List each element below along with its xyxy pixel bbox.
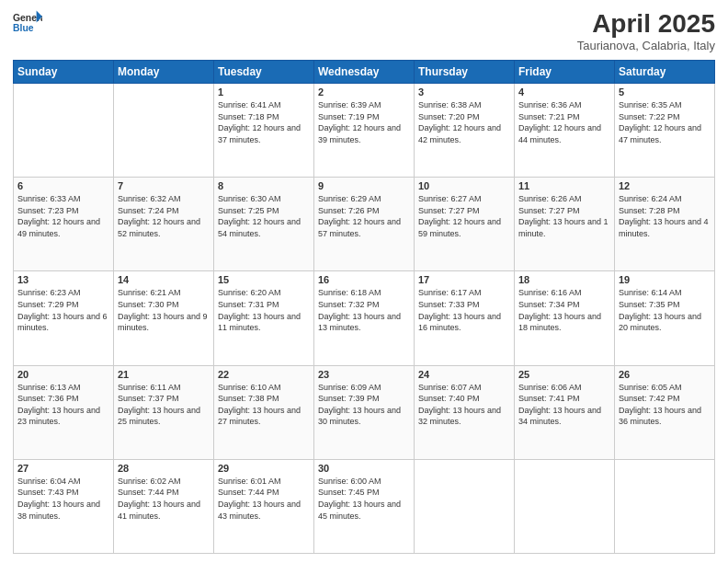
day-info: Sunrise: 6:24 AMSunset: 7:28 PMDaylight:…	[619, 193, 711, 239]
table-row: 29Sunrise: 6:01 AMSunset: 7:44 PMDayligh…	[214, 459, 314, 553]
day-number: 20	[17, 369, 109, 380]
day-info: Sunrise: 6:27 AMSunset: 7:27 PMDaylight:…	[418, 193, 510, 239]
day-number: 12	[619, 180, 711, 191]
table-row	[415, 459, 515, 553]
calendar-header-row: Sunday Monday Tuesday Wednesday Thursday…	[14, 61, 715, 84]
table-row: 17Sunrise: 6:17 AMSunset: 7:33 PMDayligh…	[415, 271, 515, 365]
col-friday: Friday	[515, 61, 615, 84]
table-row: 7Sunrise: 6:32 AMSunset: 7:24 PMDaylight…	[114, 178, 214, 271]
day-info: Sunrise: 6:41 AMSunset: 7:18 PMDaylight:…	[218, 99, 310, 145]
day-info: Sunrise: 6:09 AMSunset: 7:39 PMDaylight:…	[318, 382, 410, 428]
day-number: 7	[118, 180, 210, 191]
day-info: Sunrise: 6:35 AMSunset: 7:22 PMDaylight:…	[619, 99, 711, 145]
day-info: Sunrise: 6:18 AMSunset: 7:32 PMDaylight:…	[318, 287, 410, 333]
table-row: 11Sunrise: 6:26 AMSunset: 7:27 PMDayligh…	[515, 178, 615, 271]
table-row: 21Sunrise: 6:11 AMSunset: 7:37 PMDayligh…	[114, 365, 214, 459]
day-number: 16	[318, 274, 410, 285]
table-row: 30Sunrise: 6:00 AMSunset: 7:45 PMDayligh…	[314, 459, 415, 553]
table-row: 19Sunrise: 6:14 AMSunset: 7:35 PMDayligh…	[615, 271, 715, 365]
logo: General Blue	[13, 9, 42, 39]
col-monday: Monday	[114, 61, 214, 84]
day-number: 17	[418, 274, 510, 285]
day-info: Sunrise: 6:39 AMSunset: 7:19 PMDaylight:…	[318, 99, 410, 145]
table-row: 2Sunrise: 6:39 AMSunset: 7:19 PMDaylight…	[314, 84, 415, 178]
day-number: 6	[17, 180, 109, 191]
day-info: Sunrise: 6:30 AMSunset: 7:25 PMDaylight:…	[218, 193, 310, 239]
table-row: 12Sunrise: 6:24 AMSunset: 7:28 PMDayligh…	[615, 178, 715, 271]
day-number: 11	[518, 180, 610, 191]
day-number: 2	[318, 86, 410, 98]
day-info: Sunrise: 6:36 AMSunset: 7:21 PMDaylight:…	[518, 99, 610, 145]
page: General Blue April 2025 Taurianova, Cala…	[0, 0, 728, 563]
day-number: 19	[619, 274, 711, 285]
day-info: Sunrise: 6:04 AMSunset: 7:43 PMDaylight:…	[17, 476, 109, 522]
table-row: 1Sunrise: 6:41 AMSunset: 7:18 PMDaylight…	[214, 84, 314, 178]
day-number: 8	[218, 180, 310, 191]
day-number: 29	[218, 463, 310, 474]
table-row: 27Sunrise: 6:04 AMSunset: 7:43 PMDayligh…	[14, 459, 114, 553]
day-number: 10	[418, 180, 510, 191]
col-sunday: Sunday	[14, 61, 114, 84]
table-row: 16Sunrise: 6:18 AMSunset: 7:32 PMDayligh…	[314, 271, 415, 365]
day-info: Sunrise: 6:01 AMSunset: 7:44 PMDaylight:…	[218, 476, 310, 522]
col-tuesday: Tuesday	[214, 61, 314, 84]
col-wednesday: Wednesday	[314, 61, 415, 84]
day-info: Sunrise: 6:00 AMSunset: 7:45 PMDaylight:…	[318, 476, 410, 522]
day-number: 25	[518, 369, 610, 380]
table-row	[515, 459, 615, 553]
day-info: Sunrise: 6:29 AMSunset: 7:26 PMDaylight:…	[318, 193, 410, 239]
table-row: 9Sunrise: 6:29 AMSunset: 7:26 PMDaylight…	[314, 178, 415, 271]
day-info: Sunrise: 6:07 AMSunset: 7:40 PMDaylight:…	[418, 382, 510, 428]
day-info: Sunrise: 6:33 AMSunset: 7:23 PMDaylight:…	[17, 193, 109, 239]
day-info: Sunrise: 6:05 AMSunset: 7:42 PMDaylight:…	[619, 382, 711, 428]
day-info: Sunrise: 6:38 AMSunset: 7:20 PMDaylight:…	[418, 99, 510, 145]
table-row: 22Sunrise: 6:10 AMSunset: 7:38 PMDayligh…	[214, 365, 314, 459]
day-info: Sunrise: 6:21 AMSunset: 7:30 PMDaylight:…	[118, 287, 210, 333]
day-number: 28	[118, 463, 210, 474]
day-info: Sunrise: 6:32 AMSunset: 7:24 PMDaylight:…	[118, 193, 210, 239]
day-number: 23	[318, 369, 410, 380]
logo-icon: General Blue	[13, 9, 42, 39]
day-info: Sunrise: 6:23 AMSunset: 7:29 PMDaylight:…	[17, 287, 109, 333]
table-row: 8Sunrise: 6:30 AMSunset: 7:25 PMDaylight…	[214, 178, 314, 271]
table-row: 3Sunrise: 6:38 AMSunset: 7:20 PMDaylight…	[415, 84, 515, 178]
calendar-week-row: 6Sunrise: 6:33 AMSunset: 7:23 PMDaylight…	[14, 178, 715, 271]
col-saturday: Saturday	[615, 61, 715, 84]
col-thursday: Thursday	[415, 61, 515, 84]
table-row: 14Sunrise: 6:21 AMSunset: 7:30 PMDayligh…	[114, 271, 214, 365]
calendar-week-row: 27Sunrise: 6:04 AMSunset: 7:43 PMDayligh…	[14, 459, 715, 553]
day-number: 27	[17, 463, 109, 474]
day-number: 1	[218, 86, 310, 98]
table-row: 13Sunrise: 6:23 AMSunset: 7:29 PMDayligh…	[14, 271, 114, 365]
day-info: Sunrise: 6:13 AMSunset: 7:36 PMDaylight:…	[17, 382, 109, 428]
day-info: Sunrise: 6:26 AMSunset: 7:27 PMDaylight:…	[518, 193, 610, 239]
month-title: April 2025	[577, 9, 715, 39]
subtitle: Taurianova, Calabria, Italy	[577, 39, 715, 52]
table-row: 24Sunrise: 6:07 AMSunset: 7:40 PMDayligh…	[415, 365, 515, 459]
table-row: 5Sunrise: 6:35 AMSunset: 7:22 PMDaylight…	[615, 84, 715, 178]
day-number: 9	[318, 180, 410, 191]
table-row	[615, 459, 715, 553]
table-row: 28Sunrise: 6:02 AMSunset: 7:44 PMDayligh…	[114, 459, 214, 553]
table-row	[14, 84, 114, 178]
day-number: 5	[619, 86, 711, 98]
day-number: 21	[118, 369, 210, 380]
calendar-table: Sunday Monday Tuesday Wednesday Thursday…	[13, 60, 715, 554]
table-row: 10Sunrise: 6:27 AMSunset: 7:27 PMDayligh…	[415, 178, 515, 271]
svg-text:Blue: Blue	[13, 23, 34, 33]
day-number: 22	[218, 369, 310, 380]
day-info: Sunrise: 6:11 AMSunset: 7:37 PMDaylight:…	[118, 382, 210, 428]
table-row: 15Sunrise: 6:20 AMSunset: 7:31 PMDayligh…	[214, 271, 314, 365]
table-row: 18Sunrise: 6:16 AMSunset: 7:34 PMDayligh…	[515, 271, 615, 365]
table-row: 26Sunrise: 6:05 AMSunset: 7:42 PMDayligh…	[615, 365, 715, 459]
day-info: Sunrise: 6:14 AMSunset: 7:35 PMDaylight:…	[619, 287, 711, 333]
day-info: Sunrise: 6:06 AMSunset: 7:41 PMDaylight:…	[518, 382, 610, 428]
day-info: Sunrise: 6:17 AMSunset: 7:33 PMDaylight:…	[418, 287, 510, 333]
calendar-week-row: 1Sunrise: 6:41 AMSunset: 7:18 PMDaylight…	[14, 84, 715, 178]
day-number: 3	[418, 86, 510, 98]
calendar-week-row: 20Sunrise: 6:13 AMSunset: 7:36 PMDayligh…	[14, 365, 715, 459]
day-info: Sunrise: 6:20 AMSunset: 7:31 PMDaylight:…	[218, 287, 310, 333]
title-block: April 2025 Taurianova, Calabria, Italy	[577, 9, 715, 52]
day-info: Sunrise: 6:10 AMSunset: 7:38 PMDaylight:…	[218, 382, 310, 428]
table-row: 4Sunrise: 6:36 AMSunset: 7:21 PMDaylight…	[515, 84, 615, 178]
